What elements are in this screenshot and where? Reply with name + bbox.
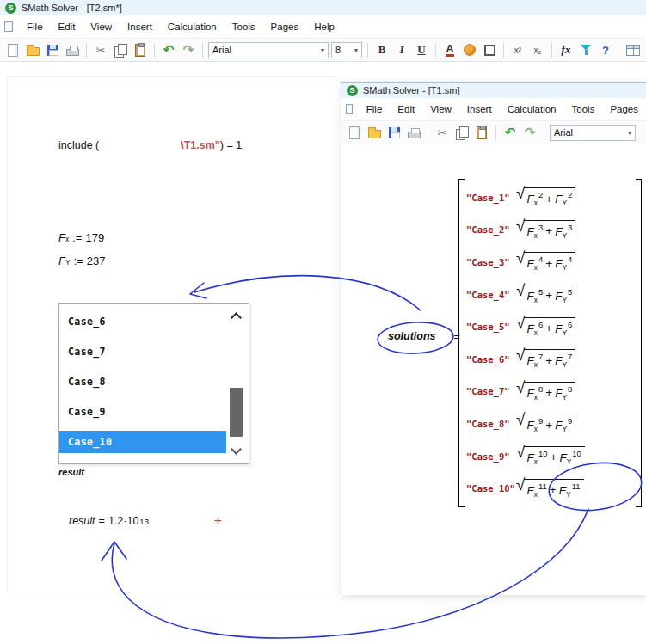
plus-operator: + <box>545 386 552 399</box>
matrix-row: "Case_10" √Fx11+FY11 <box>466 472 585 505</box>
menu-view[interactable]: View <box>83 17 120 36</box>
menu-pages[interactable]: Pages <box>602 100 646 119</box>
cut-button[interactable]: ✂ <box>434 124 451 141</box>
var-exp: 2 <box>538 190 543 199</box>
save-button[interactable] <box>385 124 403 141</box>
include-equation[interactable]: include ( \T1.sm" ) = 1 <box>58 139 242 151</box>
sqrt-expression: √Fx2+FY2 <box>516 187 575 207</box>
list-item[interactable]: Case_9 <box>59 396 226 426</box>
web-button[interactable] <box>461 41 478 58</box>
case-string: "Case_9" <box>466 451 516 462</box>
open-button[interactable] <box>366 124 383 141</box>
var-base: F <box>526 483 533 496</box>
back-window-titlebar: S SMath Solver - [T2.sm*] <box>0 0 646 15</box>
solutions-variable[interactable]: solutions <box>388 330 436 342</box>
filter-button[interactable] <box>577 41 594 58</box>
print-button[interactable] <box>405 124 422 141</box>
new-document-icon <box>8 44 18 57</box>
menu-insert[interactable]: Insert <box>459 100 500 119</box>
result-mantissa: 1.2 <box>108 515 123 527</box>
definition-fy[interactable]: FY := 237 <box>58 255 106 267</box>
print-button[interactable] <box>64 41 81 58</box>
font-color-icon: A <box>446 43 453 57</box>
menu-file[interactable]: File <box>359 100 391 119</box>
list-item-selected[interactable]: Case_10 <box>59 431 226 453</box>
menu-calculation[interactable]: Calculation <box>160 17 225 36</box>
font-name-combobox[interactable]: Arial ▾ <box>208 42 329 58</box>
menu-view[interactable]: View <box>422 100 459 119</box>
paste-button[interactable] <box>132 41 149 58</box>
solutions-matrix[interactable]: "Case_1" √Fx2+FY2 "Case_2" √Fx3+FY3 "Cas… <box>458 179 643 509</box>
subscript-button[interactable]: x₂ <box>529 41 546 58</box>
redo-button[interactable]: ↷ <box>521 124 538 141</box>
menu-calculation[interactable]: Calculation <box>500 100 564 119</box>
undo-button[interactable]: ↶ <box>160 41 177 58</box>
redo-icon: ↷ <box>525 125 536 140</box>
italic-button[interactable]: I <box>393 41 410 58</box>
var-exp: 4 <box>538 255 543 264</box>
font-name-value: Arial <box>212 45 231 55</box>
superscript-button[interactable]: x² <box>509 41 526 58</box>
menu-tools[interactable]: Tools <box>225 17 263 36</box>
var-sub: Y <box>562 393 567 402</box>
result-equation[interactable]: result = 1.2 · 10 13 <box>69 515 149 527</box>
var-base: F <box>58 231 65 244</box>
list-item[interactable]: Case_8 <box>59 366 226 396</box>
bold-button[interactable]: B <box>373 41 391 58</box>
help-button[interactable]: ? <box>597 41 614 58</box>
var-sub: x <box>534 490 538 499</box>
var-sub: Y <box>562 231 567 240</box>
cut-button[interactable]: ✂ <box>92 41 109 58</box>
open-button[interactable] <box>24 41 41 58</box>
new-document-button[interactable] <box>4 41 22 58</box>
copy-button[interactable] <box>453 124 471 141</box>
menu-help[interactable]: Help <box>306 17 342 36</box>
var-sub: Y <box>562 360 567 369</box>
paste-button[interactable] <box>473 124 490 141</box>
scroll-down-icon[interactable] <box>231 444 242 455</box>
plus-operator: + <box>545 419 552 432</box>
case-string: "Case_5" <box>466 322 516 332</box>
include-prefix: include ( <box>58 139 99 151</box>
underline-button[interactable]: U <box>413 41 430 58</box>
var-base: F <box>526 354 533 367</box>
save-button[interactable] <box>44 41 61 58</box>
menu-pages[interactable]: Pages <box>263 17 307 36</box>
undo-button[interactable]: ↶ <box>501 124 519 141</box>
var-sub: Y <box>567 457 572 466</box>
insert-function-button[interactable]: fx <box>557 41 575 58</box>
var-exp: 3 <box>538 223 543 232</box>
equals-operator: = <box>99 515 105 527</box>
matrix-left-bracket <box>458 179 465 507</box>
menu-insert[interactable]: Insert <box>120 17 160 36</box>
definition-fx[interactable]: Fx := 179 <box>58 231 104 244</box>
menu-file[interactable]: File <box>19 17 51 36</box>
result-lhs: result <box>69 515 95 527</box>
paste-icon <box>477 126 487 139</box>
menu-edit[interactable]: Edit <box>51 17 83 36</box>
var-sub: Y <box>562 199 567 207</box>
list-item[interactable]: Case_6 <box>59 306 226 336</box>
list-item[interactable]: Case_7 <box>59 336 226 366</box>
new-document-button[interactable] <box>346 124 363 141</box>
side-panel-button[interactable] <box>624 41 642 58</box>
list-scrollbar[interactable] <box>227 307 246 462</box>
scroll-up-icon[interactable] <box>231 312 242 323</box>
sqrt-expression: √Fx9+FY9 <box>516 414 575 433</box>
var-sub: x <box>65 235 69 243</box>
var-exp: 2 <box>568 190 572 199</box>
font-size-combobox[interactable]: 8 ▾ <box>331 42 362 58</box>
font-name-combobox[interactable]: Arial ▾ <box>550 125 636 141</box>
var-exp: 3 <box>568 223 572 232</box>
var-base: F <box>526 419 533 432</box>
menu-edit[interactable]: Edit <box>390 100 422 119</box>
border-button[interactable] <box>481 41 498 58</box>
sqrt-expression: √Fx8+FY8 <box>516 382 575 402</box>
font-name-value: Arial <box>554 127 573 138</box>
copy-button[interactable] <box>112 41 129 58</box>
var-sub: Y <box>566 490 571 499</box>
font-color-button[interactable]: A <box>441 41 458 58</box>
scrollbar-thumb[interactable] <box>230 388 243 437</box>
menu-tools[interactable]: Tools <box>564 100 603 119</box>
redo-button[interactable]: ↷ <box>180 41 197 58</box>
